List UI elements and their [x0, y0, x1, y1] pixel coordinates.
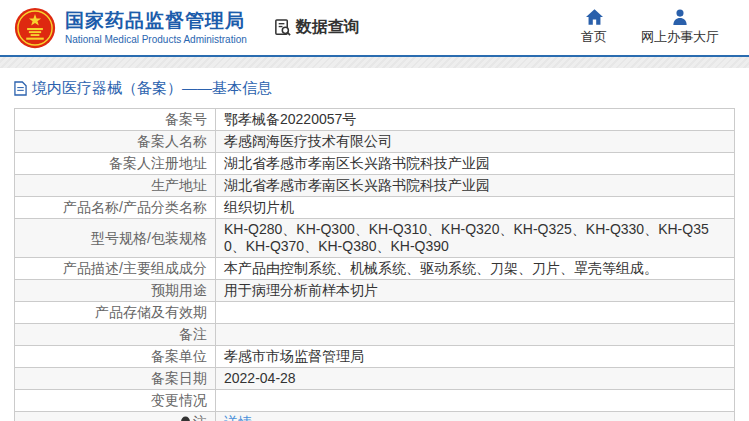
table-row-note: 注 详情: [15, 412, 735, 421]
brand-title-en: National Medical Products Administration: [65, 34, 247, 46]
national-emblem-icon: [14, 7, 56, 49]
table-row: 产品描述/主要组成成分本产品由控制系统、机械系统、驱动系统、刀架、刀片、罩壳等组…: [15, 258, 735, 280]
detail-link[interactable]: 详情: [224, 414, 252, 421]
row-value: 鄂孝械备20220057号: [216, 109, 735, 131]
row-label: 变更情况: [15, 390, 216, 412]
table-row: 产品存储及有效期: [15, 302, 735, 324]
person-icon: [672, 9, 688, 25]
row-label: 备案单位: [15, 346, 216, 368]
row-label: 型号规格/包装规格: [15, 219, 216, 258]
nmpa-brand[interactable]: 国家药品监督管理局 National Medical Products Admi…: [14, 7, 247, 49]
table-row: 备案日期2022-04-28: [15, 368, 735, 390]
top-nav: 首页 网上办事大厅: [581, 9, 733, 46]
nav-service-hall[interactable]: 网上办事大厅: [641, 9, 719, 46]
row-label: 备案人注册地址: [15, 153, 216, 175]
data-query-label: 数据查询: [296, 17, 360, 38]
table-row: 备案人注册地址湖北省孝感市孝南区长兴路书院科技产业园: [15, 153, 735, 175]
table-row: 备案号鄂孝械备20220057号: [15, 109, 735, 131]
row-value: 本产品由控制系统、机械系统、驱动系统、刀架、刀片、罩壳等组成。: [216, 258, 735, 280]
section-title: 境内医疗器械（备案）——基本信息: [14, 79, 735, 98]
table-row: 生产地址湖北省孝感市孝南区长兴路书院科技产业园: [15, 175, 735, 197]
row-label: 产品存储及有效期: [15, 302, 216, 324]
table-row: 备案人名称孝感阔海医疗技术有限公司: [15, 131, 735, 153]
table-row: 备注: [15, 324, 735, 346]
bulb-icon: [180, 416, 191, 421]
table-row: 型号规格/包装规格KH-Q280、KH-Q300、KH-Q310、KH-Q320…: [15, 219, 735, 258]
row-value: 孝感市市场监督管理局: [216, 346, 735, 368]
row-value: [216, 324, 735, 346]
row-value: 湖北省孝感市孝南区长兴路书院科技产业园: [216, 153, 735, 175]
row-label: 生产地址: [15, 175, 216, 197]
nav-home-label: 首页: [581, 28, 607, 46]
data-query-nav[interactable]: 数据查询: [273, 17, 360, 38]
row-label: 备案日期: [15, 368, 216, 390]
row-value: 湖北省孝感市孝南区长兴路书院科技产业园: [216, 175, 735, 197]
row-value: 组织切片机: [216, 197, 735, 219]
section-title-text: 境内医疗器械（备案）——基本信息: [32, 79, 272, 98]
row-value: KH-Q280、KH-Q300、KH-Q310、KH-Q320、KH-Q325、…: [216, 219, 735, 258]
row-label: 注: [193, 414, 207, 421]
row-label: 产品名称/产品分类名称: [15, 197, 216, 219]
row-label: 预期用途: [15, 280, 216, 302]
table-row: 变更情况: [15, 390, 735, 412]
row-value: 用于病理分析前样本切片: [216, 280, 735, 302]
row-value: [216, 390, 735, 412]
nav-service-hall-label: 网上办事大厅: [641, 28, 719, 46]
table-row: 备案单位孝感市市场监督管理局: [15, 346, 735, 368]
table-row: 预期用途用于病理分析前样本切片: [15, 280, 735, 302]
row-label: 备案人名称: [15, 131, 216, 153]
row-value: 2022-04-28: [216, 368, 735, 390]
nav-home[interactable]: 首页: [581, 9, 607, 46]
table-row: 产品名称/产品分类名称组织切片机: [15, 197, 735, 219]
row-label: 备案号: [15, 109, 216, 131]
top-header: 国家药品监督管理局 National Medical Products Admi…: [0, 0, 749, 57]
row-value: 孝感阔海医疗技术有限公司: [216, 131, 735, 153]
home-icon: [586, 9, 603, 25]
row-value: [216, 302, 735, 324]
content-panel: 境内医疗器械（备案）——基本信息 备案号鄂孝械备20220057号 备案人名称孝…: [0, 68, 749, 421]
record-detail-table: 备案号鄂孝械备20220057号 备案人名称孝感阔海医疗技术有限公司 备案人注册…: [14, 108, 735, 421]
document-search-icon: [273, 18, 292, 37]
brand-title-cn: 国家药品监督管理局: [65, 10, 247, 32]
row-label: 备注: [15, 324, 216, 346]
row-label: 产品描述/主要组成成分: [15, 258, 216, 280]
document-icon: [14, 81, 27, 96]
